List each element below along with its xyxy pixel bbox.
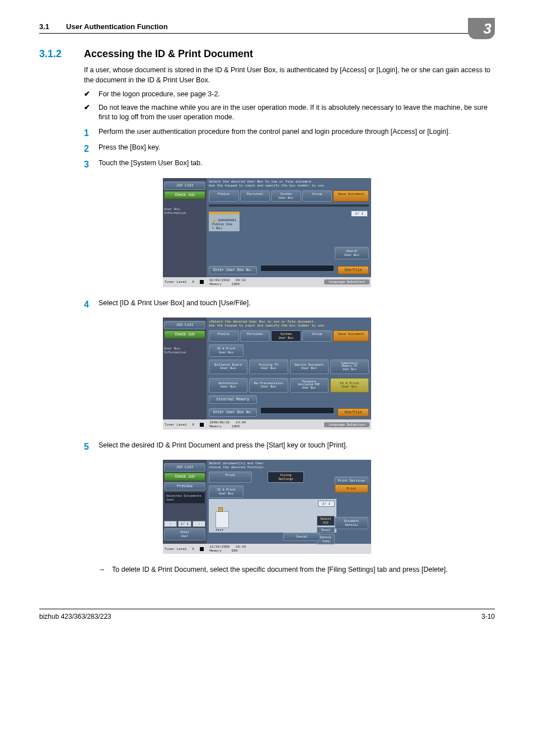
header-title: User Authentication Function: [66, 22, 168, 31]
section-number: 3.1.2: [39, 48, 84, 60]
prompt-text: Select the desired User Box to use or fi…: [209, 180, 369, 188]
check-item-2: Do not leave the machine while you are i…: [99, 103, 495, 123]
select-all-button[interactable]: Select All: [317, 516, 335, 526]
job-list-button[interactable]: Job List: [164, 463, 205, 472]
pager: 1/ 1: [351, 211, 368, 217]
prompt-text: ✦Select the desired User Box to use or f…: [209, 319, 369, 328]
section-title: Accessing the ID & Print Document: [84, 48, 253, 60]
header-rule: [39, 33, 495, 34]
enter-box-label: Enter User Box No.: [209, 408, 257, 417]
pager-small: 1/ 1: [178, 521, 191, 527]
enter-box-label: Enter User Box No.: [209, 266, 257, 274]
polling-box-button[interactable]: Polling TX User Box: [249, 360, 288, 374]
step-num-1: 1: [84, 127, 99, 139]
step-text-2: Press the [Box] key.: [99, 143, 160, 155]
userbox-folder[interactable]: 🔒 000000001 Public Use r Box: [209, 212, 240, 231]
check-job-button[interactable]: Check Job: [164, 330, 205, 339]
footer-page: 3-10: [481, 613, 495, 620]
selected-docs-label: Selected Documentstest: [164, 492, 205, 504]
bulletin-box-button[interactable]: Bulletin Board User Box: [209, 360, 247, 374]
save-document-button[interactable]: Save Document: [333, 330, 369, 342]
prereq-list: ✔For the logon procedure, see page 3-2. …: [84, 90, 495, 123]
toner-indicator: [200, 547, 204, 551]
userbox-info-label: User Box Information: [164, 347, 205, 354]
idprint-subtab[interactable]: ID & Print User Box: [209, 486, 243, 498]
step-num-2: 2: [84, 143, 99, 155]
page-down-button[interactable]: ↓: [193, 521, 205, 527]
footer-model: bizhub 423/363/283/223: [39, 613, 111, 620]
document-details-button[interactable]: Document Details: [335, 517, 368, 529]
language-button[interactable]: Language Selection: [324, 422, 369, 427]
toner-label: Toner Level: [165, 547, 187, 551]
box-number-input[interactable]: [260, 265, 334, 272]
step-text-1: Perform the user authentication procedur…: [99, 127, 450, 139]
public-tab[interactable]: Public: [209, 190, 239, 202]
step-num-4: 4: [84, 298, 99, 311]
box-number-input[interactable]: [260, 407, 334, 414]
intro-text: If a user, whose document is stored in t…: [84, 66, 495, 85]
doc-thumbnail[interactable]: [216, 511, 229, 528]
step-text-4: Select [ID & Print User Box] and touch […: [99, 298, 251, 311]
annotation-box-button[interactable]: Annotation User Box: [209, 378, 247, 393]
idprint-box-button[interactable]: ID & Print User Box: [330, 378, 369, 393]
cancel-button[interactable]: Cancel: [283, 533, 320, 541]
other-user-button[interactable]: Other User: [164, 528, 205, 540]
prompt-text: Select document(s) and then choose the d…: [209, 461, 336, 469]
check-icon: ✔: [84, 103, 99, 123]
system-userbox-tab[interactable]: System User Box: [271, 190, 301, 202]
arrow-text: To delete ID & Print Document, select th…: [112, 565, 448, 575]
toner-indicator: [200, 280, 204, 284]
secure-box-button[interactable]: Secure Document User Box: [290, 360, 329, 374]
filing-settings-tab[interactable]: Filing Settings: [268, 472, 304, 483]
chapter-badge: 3: [468, 18, 495, 39]
print-tab[interactable]: Print: [209, 472, 252, 483]
retrans-box-button[interactable]: Re-Transmission User Box: [249, 378, 288, 393]
pager: 1/ 1: [318, 501, 335, 507]
external-memory-button[interactable]: External Memory: [209, 395, 257, 404]
preview-button[interactable]: Preview: [164, 482, 205, 491]
arrow-icon: →: [99, 565, 112, 575]
step-text-3: Touch the [System User Box] tab.: [99, 158, 203, 171]
check-icon: ✔: [84, 90, 99, 100]
group-tab[interactable]: Group: [302, 330, 332, 342]
thumb-label: test: [216, 528, 223, 532]
compulsory-box-button[interactable]: Compulsory Memory TX User Box: [330, 360, 369, 374]
screenshot-system-userbox: Job List Check Job User Box Information …: [163, 178, 371, 287]
toner-label: Toner Level: [165, 280, 187, 284]
toner-indicator: [200, 423, 204, 427]
check-item-1: For the logon procedure, see page 3-2.: [99, 90, 220, 100]
step-num-5: 5: [84, 441, 99, 453]
step-num-3: 3: [84, 158, 99, 171]
print-settings-button[interactable]: Print Settings: [335, 477, 368, 485]
personal-tab[interactable]: Personal: [240, 190, 270, 202]
doc-thumbnail-area: test 1/ 1 Select All Reset Detail View: [209, 499, 336, 533]
public-tab[interactable]: Public: [209, 330, 239, 342]
save-document-button[interactable]: Save Document: [333, 190, 369, 202]
personal-tab[interactable]: Personal: [240, 330, 270, 342]
toner-label: Toner Level: [165, 423, 187, 427]
job-list-button[interactable]: Job List: [164, 321, 205, 329]
usefile-button[interactable]: Use/File: [338, 266, 369, 274]
job-list-button[interactable]: Job List: [164, 181, 205, 190]
userbox-info-label: User Box Information: [164, 207, 205, 215]
search-userbox-button[interactable]: Search User Box: [335, 247, 369, 259]
usefile-button[interactable]: Use/File: [338, 408, 369, 417]
pdf-box-button[interactable]: Password Encrypted PDF User Box: [290, 378, 329, 393]
page-up-button[interactable]: ↑: [164, 521, 177, 527]
system-userbox-tab[interactable]: System User Box: [271, 330, 301, 342]
language-button[interactable]: Language Selection: [324, 279, 369, 284]
group-tab[interactable]: Group: [302, 190, 332, 202]
check-job-button[interactable]: Check Job: [164, 473, 205, 481]
header-section-num: 3.1: [39, 22, 49, 31]
screenshot-print-doc: Job List Check Job Preview Selected Docu…: [163, 460, 371, 554]
idprint-subtab[interactable]: ID & Print User Box: [209, 344, 243, 357]
check-job-button[interactable]: Check Job: [164, 191, 205, 199]
screenshot-idprint-box: Job List Check Job User Box Information …: [163, 318, 371, 430]
step-list: 1Perform the user authentication procedu…: [84, 127, 495, 171]
step-text-5: Select the desired ID & Print Document a…: [99, 441, 348, 453]
print-button[interactable]: Print: [335, 484, 368, 493]
